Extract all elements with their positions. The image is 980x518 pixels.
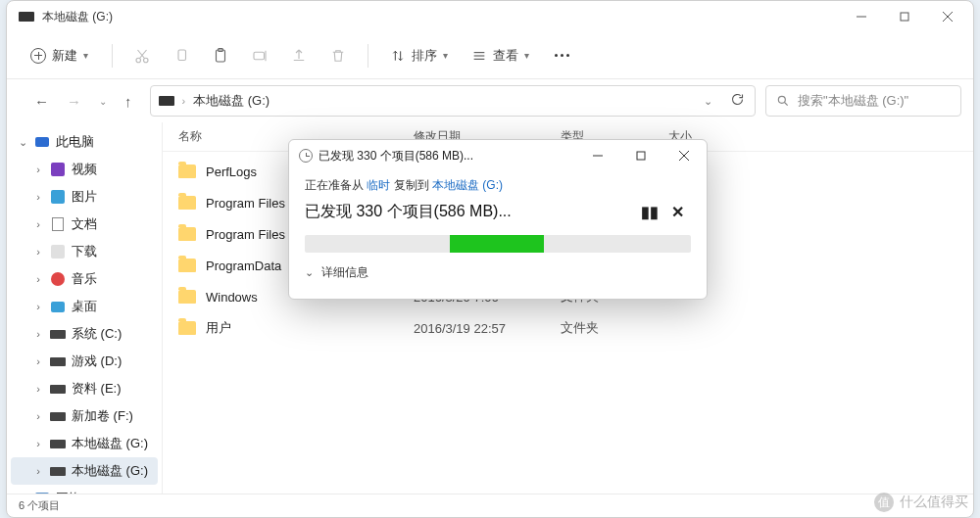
copy-dialog: 已发现 330 个项目(586 MB)... 正在准备从 临时 复制到 本地磁盘… [288, 139, 708, 300]
cancel-button[interactable]: ✕ [663, 198, 691, 225]
paste-button[interactable] [203, 38, 238, 73]
sidebar-item-network[interactable]: ›网络 [11, 485, 158, 494]
close-button[interactable] [926, 2, 969, 31]
address-bar-row: ← → ⌄ ↑ › 本地磁盘 (G:) ⌄ 搜索"本地磁盘 (G:)" [7, 79, 973, 122]
folder-icon [178, 165, 196, 178]
new-button[interactable]: 新建 ▾ [19, 41, 100, 71]
chevron-down-icon: ⌄ [305, 266, 314, 279]
sidebar-item-drive-f[interactable]: ›新加卷 (F:) [11, 402, 158, 430]
more-button[interactable] [543, 46, 581, 65]
drive-icon [159, 96, 174, 106]
svg-line-17 [785, 103, 788, 106]
sidebar-item-pictures[interactable]: ›图片 [11, 183, 158, 211]
details-toggle[interactable]: ⌄ 详细信息 [289, 253, 707, 281]
sidebar-item-desktop[interactable]: ›桌面 [11, 293, 158, 320]
chevron-down-icon: ▾ [83, 50, 88, 61]
breadcrumb[interactable]: 本地磁盘 (G:) [193, 92, 270, 110]
list-item[interactable]: 用户2016/3/19 22:57文件夹 [163, 312, 973, 344]
sidebar-item-this-pc[interactable]: ⌄此电脑 [11, 128, 158, 156]
folder-icon [178, 259, 196, 272]
chevron-down-icon: ▾ [524, 50, 529, 61]
refresh-button[interactable] [726, 92, 749, 110]
svg-rect-19 [637, 152, 645, 160]
rename-button[interactable] [242, 38, 277, 73]
sidebar-item-drive-d[interactable]: ›游戏 (D:) [11, 348, 158, 375]
dialog-title: 已发现 330 个项目(586 MB)... [318, 148, 473, 165]
copy-button[interactable] [164, 38, 199, 73]
nav-arrows: ← → ⌄ ↑ [19, 93, 140, 110]
plus-icon [30, 48, 46, 64]
watermark: 值 什么值得买 [874, 493, 968, 512]
dialog-close-button[interactable] [665, 142, 703, 169]
chevron-down-icon: ▾ [443, 50, 448, 61]
titlebar: 本地磁盘 (G:) [7, 1, 973, 32]
sort-button[interactable]: 排序 ▾ [380, 41, 458, 71]
delete-button[interactable] [320, 38, 356, 73]
search-icon [776, 94, 790, 108]
dialog-maximize-button[interactable] [622, 142, 660, 169]
view-icon [471, 48, 487, 64]
view-label: 查看 [493, 47, 518, 65]
drive-icon [19, 12, 34, 22]
view-button[interactable]: 查看 ▾ [462, 41, 539, 71]
status-bar: 6 个项目 [7, 494, 973, 517]
sort-icon [390, 48, 406, 64]
dest-link[interactable]: 本地磁盘 (G:) [432, 178, 503, 192]
clock-icon [299, 149, 313, 163]
sidebar: ⌄此电脑 ›视频 ›图片 ›文档 ›下载 ›音乐 ›桌面 ›系统 (C:) ›游… [7, 122, 162, 494]
new-label: 新建 [52, 47, 77, 65]
folder-icon [178, 321, 196, 335]
history-dropdown[interactable]: ⌄ [99, 96, 107, 107]
sidebar-item-videos[interactable]: ›视频 [11, 156, 158, 183]
svg-point-16 [778, 96, 785, 103]
sidebar-item-drive-e[interactable]: ›资料 (E:) [11, 375, 158, 402]
svg-rect-1 [901, 13, 908, 21]
breadcrumb-sep: › [182, 95, 186, 107]
up-button[interactable]: ↑ [124, 93, 132, 110]
sidebar-item-documents[interactable]: ›文档 [11, 211, 158, 238]
minimize-button[interactable] [840, 2, 883, 31]
dialog-titlebar: 已发现 330 个项目(586 MB)... [289, 140, 707, 171]
window-title: 本地磁盘 (G:) [42, 9, 113, 25]
sidebar-item-drive-g[interactable]: ›本地磁盘 (G:) [11, 430, 158, 457]
search-input[interactable]: 搜索"本地磁盘 (G:)" [765, 85, 961, 117]
cut-button[interactable] [124, 38, 160, 73]
progress-bar [305, 235, 691, 253]
dialog-main-text: 已发现 330 个项目(586 MB)... [305, 202, 636, 222]
folder-icon [178, 290, 196, 304]
address-dropdown[interactable]: ⌄ [704, 95, 712, 108]
svg-point-5 [144, 58, 149, 63]
sidebar-item-downloads[interactable]: ›下载 [11, 238, 158, 265]
toolbar: 新建 ▾ 排序 ▾ 查看 ▾ [7, 32, 973, 79]
source-link[interactable]: 临时 [367, 178, 390, 192]
share-button[interactable] [281, 38, 317, 73]
sort-label: 排序 [412, 47, 437, 65]
svg-rect-11 [254, 52, 265, 60]
address-bar[interactable]: › 本地磁盘 (G:) ⌄ [150, 85, 757, 117]
back-button[interactable]: ← [34, 93, 49, 110]
folder-icon [178, 227, 196, 241]
dialog-subtitle: 正在准备从 临时 复制到 本地磁盘 (G:) [305, 177, 691, 194]
forward-button[interactable]: → [67, 93, 81, 110]
folder-icon [178, 196, 196, 210]
maximize-button[interactable] [883, 2, 926, 31]
svg-point-4 [136, 58, 141, 63]
sidebar-item-drive-c[interactable]: ›系统 (C:) [11, 320, 158, 348]
svg-rect-8 [178, 50, 186, 61]
dialog-minimize-button[interactable] [579, 142, 616, 169]
col-size[interactable]: 大小 [668, 128, 957, 145]
pause-button[interactable]: ▮▮ [636, 198, 663, 225]
search-placeholder: 搜索"本地磁盘 (G:)" [798, 92, 908, 110]
sidebar-item-drive-g-active[interactable]: ›本地磁盘 (G:) [11, 457, 158, 485]
sidebar-item-music[interactable]: ›音乐 [11, 265, 158, 293]
progress-fill [450, 235, 544, 253]
item-count: 6 个项目 [19, 498, 60, 513]
